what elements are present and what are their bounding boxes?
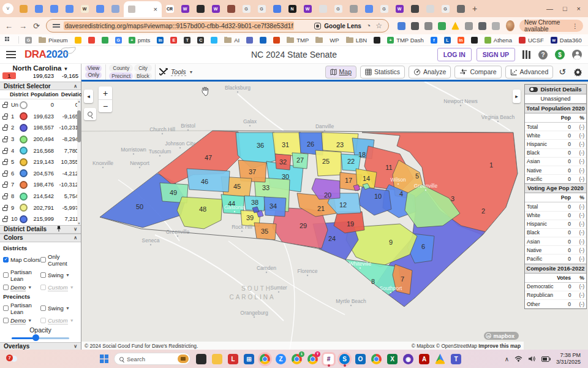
extension-icon[interactable] [465,22,473,30]
bookmark-item[interactable]: in [458,37,464,44]
districts-demo-dropdown[interactable]: Demo▼ [3,284,40,291]
taskbar-app-teams[interactable]: T [451,354,461,364]
map-colors-checkbox[interactable]: Map Colors [3,253,40,267]
history-icon[interactable]: ↺ [559,67,566,77]
district-color-swatch[interactable] [20,124,28,132]
new-tab-button[interactable]: + [469,2,481,15]
advanced-tab-button[interactable]: Advanced [505,66,554,79]
district-color-swatch[interactable] [20,101,28,109]
browser-tab[interactable]: W [300,2,315,15]
donate-icon[interactable]: $ [555,50,565,59]
district-row-9[interactable]: 9202,791-5,997 [0,202,81,213]
account-icon[interactable] [572,50,582,59]
district-row-3[interactable]: 3200,494-8,294 [0,134,81,145]
browser-tab[interactable] [453,2,468,15]
only-current-checkbox[interactable]: Only Current [40,253,78,267]
address-bar[interactable]: davesredistricting.org/maps#viewmap::915… [46,19,389,33]
unlock-icon[interactable] [2,173,7,177]
district-row-1[interactable]: 1199,623-9,165 [0,111,81,123]
collapse-chevron-icon[interactable]: ∧ [74,83,77,89]
extension-icon[interactable] [451,22,459,30]
bookmark-item[interactable]: G [25,37,32,44]
browser-tab[interactable]: W [208,2,223,15]
statistics-tab-button[interactable]: Statistics [360,66,405,79]
settings-gear-icon[interactable] [573,67,582,77]
help-icon[interactable]: ? [538,50,548,59]
browser-tab[interactable]: W [178,2,192,15]
browser-tab[interactable]: G [377,2,391,15]
profile-avatar[interactable] [506,20,514,31]
browser-tab[interactable] [346,2,361,15]
extension-icon[interactable] [398,22,405,30]
districts-map[interactable]: 1250473631262318252211541036987241929211… [81,82,524,350]
unlock-icon[interactable] [2,127,7,131]
scrollbar-thumb[interactable] [77,110,81,142]
bookmark-data360[interactable]: wData360 [551,37,582,44]
browser-tab[interactable]: N [285,2,300,15]
toggle-icon[interactable] [529,87,538,92]
bookmark-item[interactable]: f [431,37,437,44]
precincts-partisan-lean-checkbox[interactable]: Partisan Lean [3,302,40,315]
expand-chevron-icon[interactable]: ∨ [74,343,77,349]
districts-swing-dropdown[interactable]: Swing▼ [40,269,78,282]
taskbar-app-slack[interactable]: # [323,354,334,364]
speaker-icon[interactable] [528,356,536,362]
districts-custom-dropdown[interactable]: Custom▼ [40,284,78,291]
district-details-header-left[interactable]: District Details ∨ [0,225,81,234]
extension-icon[interactable] [492,22,500,30]
bookmark-item[interactable] [88,37,95,44]
bookmark-item[interactable] [246,37,253,44]
new-chrome-button[interactable]: New Chrome available ⋮ [519,20,583,32]
bookmark-item[interactable] [75,37,81,44]
battery-icon[interactable] [541,356,551,362]
district-row-8[interactable]: 8214,5425,754 [0,191,81,202]
bookmark-ai[interactable]: AI [224,37,239,44]
opacity-slider[interactable] [12,334,69,342]
reload-button[interactable]: ⟳ [33,21,40,31]
district-details-header[interactable]: District Details [525,85,586,94]
bookmark-item[interactable] [273,37,280,44]
bookmark-item[interactable]: E [170,37,177,44]
district-row-2[interactable]: 2198,557-10,231 [0,122,81,134]
district-row-un[interactable]: Un00 [0,99,81,111]
browser-tab[interactable] [31,2,46,15]
maximize-icon[interactable]: □ [563,5,567,12]
scrollbar[interactable]: ▲ ▼ [77,99,81,225]
improve-map-link[interactable]: Improve this map [478,343,521,349]
login-button[interactable]: LOG IN [437,48,472,61]
precincts-swing-dropdown[interactable]: Swing▼ [40,302,78,315]
google-lens-button[interactable]: Google Lens [314,23,361,29]
kebab-menu-icon[interactable]: ⋮ [572,23,578,29]
bookmark-item[interactable]: G [115,37,122,44]
tools-menu[interactable]: Tools ▼ [159,68,194,76]
browser-tab[interactable] [315,2,330,15]
browser-tab[interactable] [16,2,31,15]
district-row-7[interactable]: 7198,476-10,312 [0,179,81,191]
taskbar-app-chrome-profile-1[interactable]: 1 [292,354,302,364]
map-canvas[interactable]: 1250473631262318252211541036987241929211… [81,82,524,350]
browser-tab[interactable] [193,2,208,15]
library-icon[interactable] [522,50,531,59]
apps-grid-icon[interactable] [5,37,12,44]
tab-close-icon[interactable]: × [154,6,157,13]
collapse-left-panel-button[interactable]: ◂ [84,90,93,103]
bookmark-item[interactable] [374,37,380,44]
district-color-swatch[interactable] [20,169,28,177]
bookmark-tmp-dash[interactable]: +TMP Dash [387,37,424,44]
browser-tab[interactable] [92,2,107,15]
page-speed-icon[interactable]: ◔ [366,21,371,30]
slider-thumb[interactable] [32,334,39,341]
district-color-swatch[interactable] [20,193,28,201]
unlock-icon[interactable] [2,184,7,188]
taskbar-app-chrome[interactable] [260,354,270,364]
browser-tab[interactable] [108,2,123,15]
bookmark-tmp[interactable]: TMP [287,37,309,44]
signup-button[interactable]: SIGN UP [477,48,515,61]
bookmark-ucsf[interactable]: UCSF [519,37,544,44]
expand-right-panel-button[interactable]: ▸ [513,90,521,103]
county-button[interactable]: County [109,64,133,72]
browser-tab[interactable]: G [254,2,269,15]
district-row-4[interactable]: 4216,5687,780 [0,145,81,156]
taskbar-app-outlook[interactable]: O [355,354,366,364]
scroll-down-icon[interactable]: ▼ [77,221,81,225]
